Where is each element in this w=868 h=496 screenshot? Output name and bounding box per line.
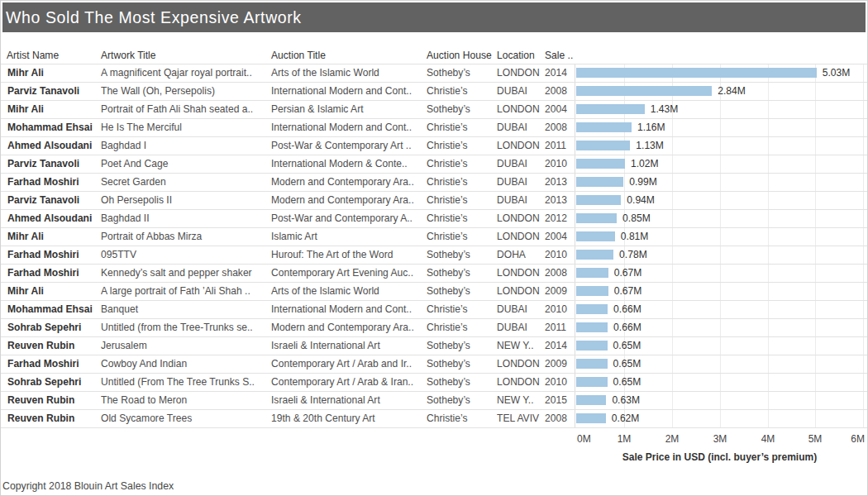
sale-price-label: 0.65M	[613, 337, 641, 355]
sale-year-cell: 2011	[545, 319, 575, 336]
sale-year-cell: 2004	[545, 101, 575, 118]
column-header-location[interactable]: Location	[497, 50, 535, 61]
location-cell: DUBAI	[497, 174, 543, 191]
sale-year-cell: 2013	[545, 192, 575, 209]
artist-name-cell: Reuven Rubin	[7, 337, 98, 355]
sale-year-cell: 2012	[545, 210, 575, 227]
artwork-title-cell: Jerusalem	[101, 337, 268, 355]
sale-price-label: 0.78M	[619, 246, 647, 264]
x-tick-1m: 1M	[601, 433, 647, 445]
column-header-auction-title[interactable]: Auction Title	[271, 50, 326, 61]
auction-house-cell: Christie’s	[427, 319, 494, 336]
location-cell: DUBAI	[497, 192, 543, 209]
sale-price-label: 0.66M	[613, 319, 641, 336]
artwork-title-cell: Portrait of Fath Ali Shah seated a..	[101, 101, 268, 118]
sale-year-cell: 2004	[545, 228, 575, 246]
auction-title-cell: Contemporary Art / Arab and Ir..	[271, 355, 423, 373]
auction-title-cell: Post-War & Contemporary Art ..	[271, 137, 423, 155]
auction-title-cell: Persian & Islamic Art	[271, 101, 423, 118]
sale-price-bar[interactable]	[576, 359, 608, 369]
sale-price-bar[interactable]	[576, 86, 712, 96]
artist-name-cell: Farhad Moshiri	[7, 265, 98, 282]
sale-price-label: 0.85M	[622, 210, 651, 227]
table-row: Reuven Rubin The Road to Meron Israeli &…	[1, 392, 867, 410]
table-row: Farhad Moshiri Secret Garden Modern and …	[1, 174, 867, 192]
sale-price-bar[interactable]	[576, 250, 613, 260]
artwork-title-cell: The Wall (Oh, Persepolis)	[101, 83, 268, 100]
location-cell: TEL AVIV	[497, 410, 543, 427]
artwork-title-cell: Poet And Cage	[101, 155, 268, 173]
auction-house-cell: Sotheby’s	[427, 283, 494, 300]
artist-name-cell: Mihr Ali	[7, 228, 98, 246]
artist-name-cell: Ahmed Alsoudani	[7, 210, 98, 227]
table-row: Parviz Tanavoli Oh Persepolis II Modern …	[1, 192, 867, 210]
sale-price-bar[interactable]	[576, 231, 615, 241]
sale-price-bar[interactable]	[576, 286, 608, 296]
table-row: Farhad Moshiri Kennedy’s salt and pepper…	[1, 265, 867, 283]
location-cell: LONDON	[497, 283, 543, 300]
sale-price-bar[interactable]	[576, 413, 606, 423]
artwork-title-cell: Banquet	[101, 301, 268, 318]
sale-price-bar[interactable]	[576, 322, 608, 332]
location-cell: DUBAI	[497, 301, 543, 318]
sale-year-cell: 2010	[545, 246, 575, 264]
artist-name-cell: Parviz Tanavoli	[7, 155, 98, 173]
sale-price-bar[interactable]	[576, 268, 608, 278]
sale-price-bar[interactable]	[576, 213, 617, 223]
auction-title-cell: International Modern & Conte..	[271, 155, 423, 173]
sale-price-bar[interactable]	[576, 141, 630, 150]
location-cell: DOHA	[497, 246, 543, 264]
location-cell: DUBAI	[497, 155, 543, 173]
artwork-title-cell: Baghdad II	[101, 210, 268, 227]
sale-year-cell: 2008	[545, 119, 575, 136]
sale-price-label: 0.62M	[612, 410, 640, 427]
sale-price-bar[interactable]	[576, 104, 645, 114]
sale-year-cell: 2008	[545, 265, 575, 282]
sale-price-label: 1.13M	[636, 137, 664, 155]
artist-name-cell: Sohrab Sepehri	[7, 374, 98, 391]
copyright-text: Copyright 2018 Blouin Art Sales Index	[2, 480, 174, 492]
location-cell: LONDON	[497, 137, 543, 155]
sale-price-bar[interactable]	[576, 177, 623, 187]
artist-name-cell: Ahmed Alsoudani	[7, 137, 98, 155]
table-row: Ahmed Alsoudani Baghdad I Post-War & Con…	[1, 137, 867, 155]
artwork-title-cell: He Is The Merciful	[101, 119, 268, 136]
auction-house-cell: Sotheby’s	[427, 337, 494, 355]
table-row: Mihr Ali A magnificent Qajar royal portr…	[1, 64, 867, 83]
x-tick-2m: 2M	[649, 433, 695, 445]
location-cell: NEW Y..	[497, 337, 543, 355]
sale-price-label: 0.67M	[614, 265, 642, 282]
location-cell: DUBAI	[497, 119, 543, 136]
auction-house-cell: Christie’s	[427, 119, 494, 136]
sale-price-bar[interactable]	[576, 195, 621, 205]
auction-house-cell: Christie’s	[427, 83, 494, 100]
sale-price-bar[interactable]	[576, 341, 608, 351]
location-cell: DUBAI	[497, 319, 543, 336]
artist-name-cell: Reuven Rubin	[7, 410, 98, 427]
sale-year-cell: 2008	[545, 83, 575, 100]
sale-price-bar[interactable]	[576, 68, 817, 78]
sale-price-bar[interactable]	[576, 159, 625, 169]
artwork-title-cell: 095TTV	[101, 246, 268, 264]
location-cell: LONDON	[497, 228, 543, 246]
artist-name-cell: Mihr Ali	[7, 64, 98, 82]
sale-price-bar[interactable]	[576, 377, 608, 387]
column-header-artwork-title[interactable]: Artwork Title	[101, 50, 156, 61]
x-tick-6m: 6M	[818, 433, 865, 445]
sale-price-label: 0.81M	[621, 228, 649, 246]
sale-price-bar[interactable]	[576, 395, 606, 405]
artwork-title-cell: Old Sycamore Trees	[101, 410, 268, 427]
artist-name-cell: Mohammad Ehsai	[7, 119, 98, 136]
column-header-artist-name[interactable]: Artist Name	[7, 50, 59, 61]
artwork-title-cell: Cowboy And Indian	[101, 355, 268, 373]
x-tick-0m: 0M	[577, 433, 591, 445]
column-header-auction-house[interactable]: Auction House	[427, 50, 492, 61]
table-row: Sohrab Sepehri Untitled (from the Tree-T…	[1, 319, 867, 337]
sale-price-label: 1.43M	[651, 101, 679, 118]
artwork-title-cell: Oh Persepolis II	[101, 192, 268, 209]
sale-price-bar[interactable]	[576, 304, 608, 314]
column-header-sale-year[interactable]: Sale ..	[545, 50, 573, 61]
table-row: Mihr Ali Portrait of Abbas Mirza Islamic…	[1, 228, 867, 246]
sale-price-bar[interactable]	[576, 122, 632, 132]
auction-house-cell: Christie’s	[427, 410, 494, 427]
